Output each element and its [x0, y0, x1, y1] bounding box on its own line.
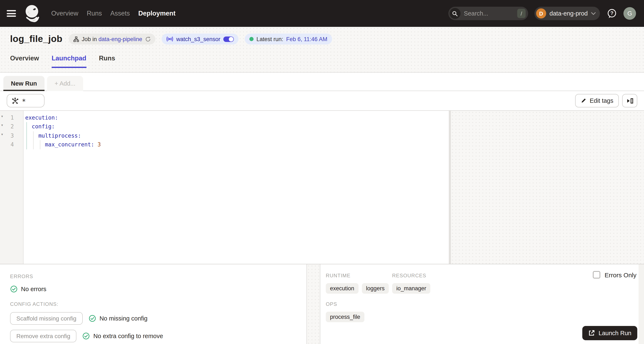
search-shortcut-badge: / [517, 9, 526, 18]
line-number: 1 [10, 113, 14, 122]
latest-run-link[interactable]: Feb 6, 11:46 AM [286, 36, 327, 42]
tab-overview[interactable]: Overview [10, 54, 39, 68]
errors-only-label: Errors Only [604, 271, 636, 278]
line-number: 4 [10, 140, 14, 149]
code-line: execution: [25, 113, 449, 122]
scaffold-status: No missing config [88, 315, 148, 322]
scrollbar-gutter[interactable] [638, 264, 644, 344]
search-bar[interactable]: / [448, 7, 528, 20]
indent-guide [33, 131, 34, 149]
launch-icon [588, 330, 595, 337]
indent-guide [40, 140, 40, 149]
no-errors-status: No errors [10, 285, 296, 293]
tab-launchpad[interactable]: Launchpad [52, 54, 86, 68]
dagster-logo-icon[interactable] [23, 4, 42, 23]
workspace-switcher[interactable]: D data-eng-prod [534, 7, 600, 20]
line-number: 2 [10, 122, 14, 131]
yaml-code-area[interactable]: execution: config: multiprocess: max_con… [24, 111, 449, 264]
errors-only-checkbox[interactable] [593, 271, 600, 279]
hamburger-menu-icon[interactable] [7, 10, 16, 17]
check-circle-icon [88, 315, 96, 322]
job-header: log_file_job Job in data-eng-pipeline [0, 27, 644, 73]
latest-run-label: Latest run: [256, 36, 284, 42]
check-circle-icon [82, 332, 90, 340]
search-icon [450, 8, 460, 19]
runtime-tag[interactable]: loggers [362, 283, 389, 294]
fold-arrow-icon[interactable]: ▾ [1, 114, 3, 118]
config-editor[interactable]: ▾1 ▾2 ▾3 4 execution: config: multiproce… [0, 111, 449, 264]
job-tabs: Overview Launchpad Runs [10, 54, 634, 68]
resource-tag[interactable]: io_manager [392, 283, 430, 294]
runtime-tag[interactable]: execution [326, 283, 358, 294]
workspace-avatar: D [536, 8, 546, 18]
svg-text:?: ? [610, 10, 613, 16]
sensor-toggle[interactable] [223, 36, 234, 42]
search-input[interactable] [460, 10, 517, 17]
job-graph-icon [73, 36, 79, 42]
remove-extra-row: Remove extra config No extra config to r… [10, 330, 296, 342]
edit-tags-button[interactable]: Edit tags [575, 94, 619, 107]
op-tag[interactable]: process_file [326, 312, 364, 322]
editor-right-panel [451, 111, 644, 264]
pencil-icon [580, 98, 586, 104]
pipeline-link[interactable]: data-eng-pipeline [98, 36, 142, 42]
title-row: log_file_job Job in data-eng-pipeline [10, 27, 634, 44]
op-selector-input[interactable]: * [7, 94, 44, 107]
nav-item-assets[interactable]: Assets [110, 10, 130, 17]
job-location-pill: Job in data-eng-pipeline [69, 33, 155, 44]
nav-item-overview[interactable]: Overview [51, 10, 78, 17]
launch-run-button[interactable]: Launch Run [582, 326, 637, 340]
nav-item-deployment[interactable]: Deployment [138, 10, 176, 17]
runtime-column: RUNTIME execution loggers [326, 273, 392, 294]
latest-run-pill: Latest run: Feb 6, 11:46 AM [245, 33, 332, 44]
job-location-text: Job in data-eng-pipeline [82, 36, 142, 42]
launchpad-config-tabs: New Run + Add... [0, 73, 644, 91]
page-title: log_file_job [10, 33, 62, 44]
op-graph-icon [11, 97, 18, 104]
fold-arrow-icon[interactable]: ▾ [1, 124, 3, 127]
indent-guide [26, 122, 27, 149]
workspace-name: data-eng-prod [550, 10, 588, 17]
user-avatar[interactable]: G [624, 7, 636, 20]
runtime-label: RUNTIME [326, 273, 392, 279]
config-actions-label: CONFIG ACTIONS: [10, 301, 296, 307]
fold-arrow-icon[interactable]: ▾ [1, 133, 3, 136]
code-line: config: [25, 122, 449, 131]
code-line: max_concurrent: 3 [25, 140, 449, 149]
chevron-down-icon [591, 12, 596, 15]
line-number: 3 [10, 131, 14, 140]
nav-item-runs[interactable]: Runs [87, 10, 102, 17]
split-resize-handle[interactable] [449, 111, 451, 264]
run-status-dot [249, 37, 254, 41]
sensor-pill: watch_s3_sensor [162, 33, 238, 44]
ops-block: OPS process_file [326, 301, 644, 322]
check-circle-icon [10, 285, 18, 293]
reload-icon[interactable] [145, 36, 151, 42]
remove-extra-config-button[interactable]: Remove extra config [10, 330, 76, 342]
toolbar-right: Edit tags [575, 94, 637, 107]
sensor-icon [166, 36, 174, 42]
op-selector-value: * [22, 99, 26, 104]
top-nav: Overview Runs Assets Deployment / D data… [0, 0, 644, 27]
nav-items: Overview Runs Assets Deployment [51, 10, 176, 17]
errors-label: ERRORS [10, 274, 296, 279]
code-line: multiprocess: [25, 131, 449, 140]
expand-panel-icon [626, 97, 633, 104]
tab-runs[interactable]: Runs [99, 54, 115, 68]
bottom-panel-divider[interactable] [306, 264, 320, 344]
bottom-panel: ERRORS No errors CONFIG ACTIONS: Scaffol… [0, 264, 644, 344]
scaffold-row: Scaffold missing config No missing confi… [10, 312, 296, 325]
errors-only-control[interactable]: Errors Only [593, 271, 636, 279]
config-tab-add[interactable]: + Add... [47, 76, 83, 91]
scaffold-missing-config-button[interactable]: Scaffold missing config [10, 312, 83, 325]
editor-split: ▾1 ▾2 ▾3 4 execution: config: multiproce… [0, 111, 644, 264]
config-tab-new-run[interactable]: New Run [3, 76, 44, 91]
sensor-link[interactable]: watch_s3_sensor [176, 36, 220, 42]
toggle-right-panel-button[interactable] [622, 94, 637, 107]
help-icon[interactable]: ? [606, 8, 617, 19]
launchpad-toolbar: * Edit tags [0, 91, 644, 111]
nav-right-cluster: / D data-eng-prod ? G [448, 7, 636, 20]
run-preview-pane: RUNTIME execution loggers RESOURCES io_m… [320, 264, 644, 344]
remove-status: No extra config to remove [82, 332, 163, 340]
editor-gutter: ▾1 ▾2 ▾3 4 [0, 111, 24, 264]
